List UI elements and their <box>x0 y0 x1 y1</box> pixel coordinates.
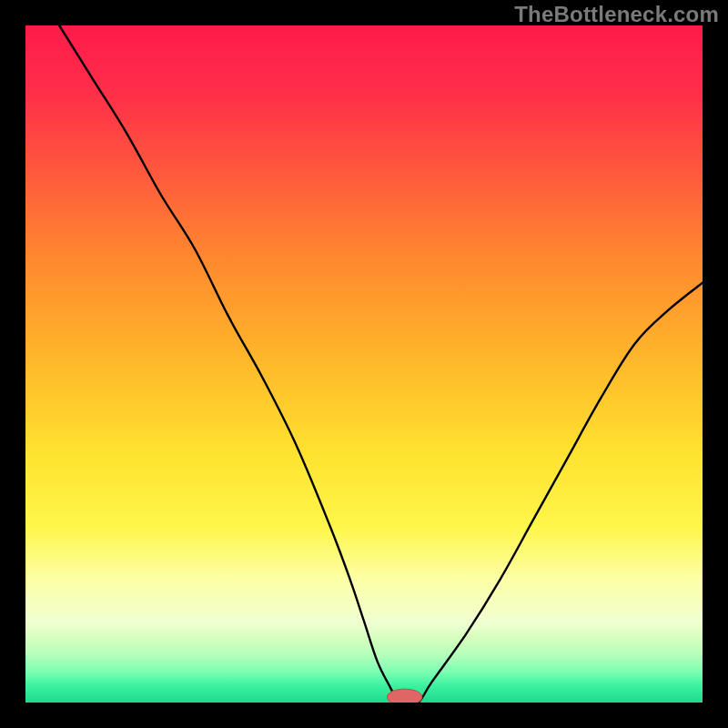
watermark-text: TheBottleneck.com <box>514 2 719 27</box>
optimal-marker <box>387 689 422 703</box>
chart-frame: TheBottleneck.com <box>0 0 728 728</box>
gradient-background <box>25 25 703 703</box>
bottleneck-chart <box>25 25 703 703</box>
plot-area <box>25 25 703 703</box>
